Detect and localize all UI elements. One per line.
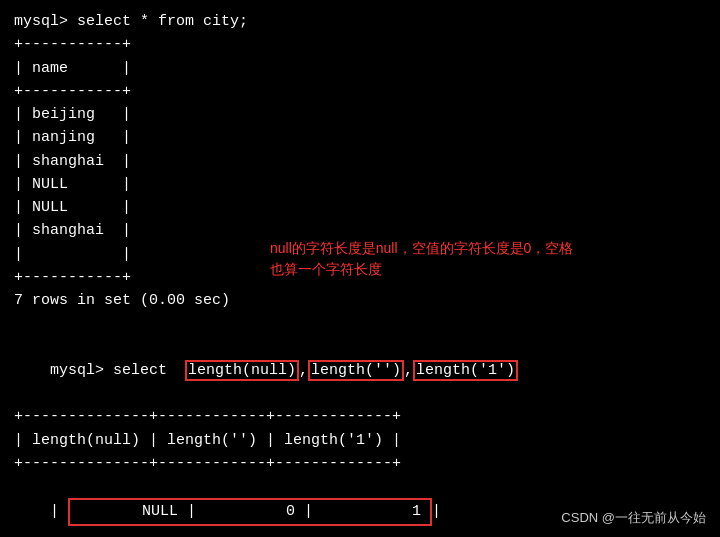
annotation-text: null的字符长度是null，空值的字符长度是0，空格 也算一个字符长度 [270, 238, 573, 280]
line-sep2: +--------------+------------+-----------… [14, 452, 706, 475]
line-sep1: +--------------+------------+-----------… [14, 405, 706, 428]
line-6: | nanjing | [14, 126, 706, 149]
line-1: mysql> select * from city; [14, 10, 706, 33]
line-7: | shanghai | [14, 150, 706, 173]
annotation-line1: null的字符长度是null，空值的字符长度是0，空格 [270, 238, 573, 259]
line-2: +-----------+ [14, 33, 706, 56]
annotation-line2: 也算一个字符长度 [270, 259, 573, 280]
line-14 [14, 312, 706, 335]
result-row: | NULL | 0 | 1 | [14, 475, 706, 537]
result-null-box: NULL | 0 | 1 [68, 498, 432, 525]
line-select-length: mysql> select length(null),length(''),le… [14, 336, 706, 406]
line-4: +-----------+ [14, 80, 706, 103]
csdn-watermark: CSDN @一往无前从今始 [561, 509, 706, 527]
line-3: | name | [14, 57, 706, 80]
highlight-length-null: length(null) [185, 360, 299, 381]
line-8: | NULL | [14, 173, 706, 196]
highlight-length-1: length('1') [413, 360, 518, 381]
line-5: | beijing | [14, 103, 706, 126]
highlight-length-empty: length('') [308, 360, 404, 381]
line-13: 7 rows in set (0.00 sec) [14, 289, 706, 312]
line-9: | NULL | [14, 196, 706, 219]
line-header: | length(null) | length('') | length('1'… [14, 429, 706, 452]
